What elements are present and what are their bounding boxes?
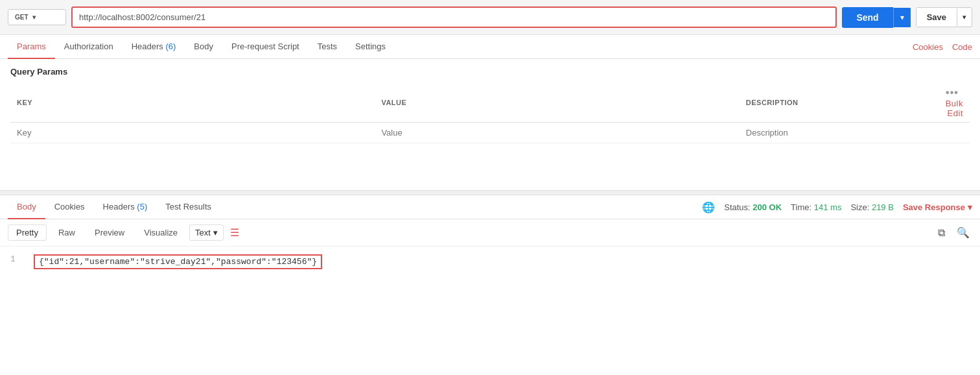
response-status-info: 🌐 Status: 200 OK Time: 141 ms Size: 219 … [702,201,972,213]
col-header-desc: DESCRIPTION [740,83,931,123]
save-response-button[interactable]: Save Response ▾ [903,202,972,212]
section-divider [0,190,980,195]
time-value: 141 ms [814,202,842,212]
bulk-edit-button[interactable]: Bulk Edit [946,99,963,118]
format-bar: Pretty Raw Preview Visualize Text ▾ ☰ ⧉ … [0,219,980,247]
actions-cell [931,123,970,143]
wrap-icon[interactable]: ☰ [230,226,239,239]
method-selector[interactable]: GET ▾ [8,9,66,25]
send-button[interactable]: Send [842,7,892,28]
url-input-wrapper [71,6,837,28]
save-dropdown-arrow[interactable]: ▾ [957,8,972,26]
url-input[interactable] [73,8,835,27]
tab-prerequest[interactable]: Pre-request Script [222,35,309,59]
save-response-arrow: ▾ [968,202,972,212]
save-button[interactable]: Save [916,8,957,27]
cookies-link[interactable]: Cookies [913,42,943,52]
search-icon[interactable]: 🔍 [954,225,972,240]
right-icons: ⧉ 🔍 [935,225,972,240]
tab-body[interactable]: Body [185,35,222,59]
globe-icon: 🌐 [702,201,715,213]
method-label: GET [15,14,29,21]
tab-settings[interactable]: Settings [346,35,395,59]
query-params-title: Query Params [10,67,970,77]
headers-badge: (6) [165,42,176,51]
save-button-group: Save ▾ [916,7,972,27]
visualize-button[interactable]: Visualize [136,225,185,240]
text-format-label: Text [195,228,211,237]
tab-test-results[interactable]: Test Results [156,195,220,219]
col-header-value: VALUE [375,83,739,123]
send-button-group: Send ▾ [842,7,910,28]
tab-tests[interactable]: Tests [309,35,346,59]
status-label: Status: 200 OK [724,202,782,212]
response-tabs-bar: Body Cookies Headers (5) Test Results 🌐 … [0,195,980,219]
col-header-key: KEY [10,83,375,123]
tab-response-cookies[interactable]: Cookies [45,195,94,219]
response-body: 1 {"id":21,"username":"strive_day21","pa… [0,247,980,298]
top-bar: GET ▾ Send ▾ Save ▾ [0,0,980,35]
value-input[interactable] [381,128,732,138]
key-cell[interactable] [10,123,375,143]
response-line-1: 1 {"id":21,"username":"strive_day21","pa… [10,254,970,269]
tab-response-body[interactable]: Body [8,195,45,219]
text-format-dropdown[interactable]: Text ▾ [189,224,224,241]
tab-headers[interactable]: Headers (6) [122,35,185,59]
copy-icon[interactable]: ⧉ [935,226,948,240]
query-params-section: Query Params KEY VALUE DESCRIPTION ••• B… [0,59,980,151]
response-headers-badge: (5) [137,202,147,212]
desc-input[interactable] [746,128,925,138]
more-options-icon[interactable]: ••• [946,87,959,98]
key-input[interactable] [17,128,368,138]
method-arrow: ▾ [32,14,36,21]
pretty-button[interactable]: Pretty [8,224,47,241]
params-table: KEY VALUE DESCRIPTION ••• Bulk Edit [10,83,970,143]
value-cell[interactable] [375,123,739,143]
spacer [0,151,980,190]
table-row [10,123,970,143]
raw-button[interactable]: Raw [51,225,83,240]
request-tabs-bar: Params Authorization Headers (6) Body Pr… [0,35,980,59]
time-label: Time: 141 ms [791,202,841,212]
text-format-arrow: ▾ [213,228,218,237]
status-value: 200 OK [752,202,782,212]
col-header-actions: ••• Bulk Edit [931,83,970,123]
preview-button[interactable]: Preview [87,225,132,240]
code-link[interactable]: Code [952,42,972,52]
line-number: 1 [10,254,23,264]
tab-authorization[interactable]: Authorization [55,35,122,59]
tab-params[interactable]: Params [8,35,55,59]
send-dropdown-arrow[interactable]: ▾ [893,8,911,27]
size-value: 219 B [872,202,894,212]
tab-response-headers[interactable]: Headers (5) [94,195,157,219]
save-response-label: Save Response [903,202,965,212]
desc-cell[interactable] [740,123,931,143]
right-actions: Cookies Code [913,42,972,52]
size-label: Size: 219 B [850,202,894,212]
response-content[interactable]: {"id":21,"username":"strive_day21","pass… [34,254,322,269]
